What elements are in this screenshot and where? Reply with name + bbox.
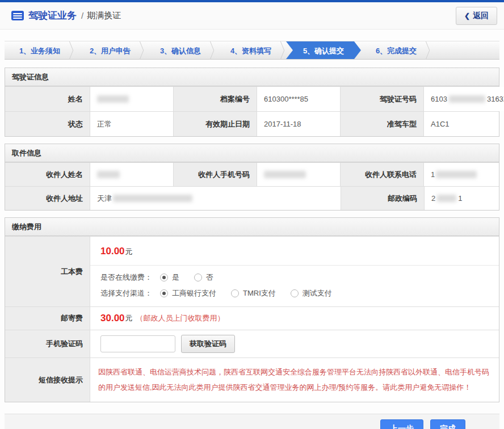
redacted-name xyxy=(97,95,129,103)
finish-button[interactable]: 完成 xyxy=(430,419,465,429)
expiry-label: 有效期止日期 xyxy=(174,112,257,136)
channel-caption: 选择支付渠道： xyxy=(100,288,152,298)
fees-section: 缴纳费用 工本费 10.00元 是否在线缴费： 是 xyxy=(5,217,499,402)
step-4-fill-data[interactable]: 4、资料填写 xyxy=(216,41,286,59)
postage-note: （邮政人员上门收取费用） xyxy=(136,313,225,323)
production-fee-amount: 10.00 xyxy=(100,246,125,256)
production-fee-amount-line: 10.00元 xyxy=(90,237,499,266)
status-label: 状态 xyxy=(5,112,90,136)
postcode-value: 2 1 xyxy=(425,187,499,210)
step-wizard: 1、业务须知 2、用户申告 3、确认信息 4、资料填写 5、确认提交 6、完成提… xyxy=(5,41,499,60)
sms-code-label: 手机验证码 xyxy=(5,330,90,358)
redacted-postcode xyxy=(437,195,456,202)
recipient-mobile-label: 收件人手机号码 xyxy=(174,163,257,186)
get-code-button[interactable]: 获取验证码 xyxy=(181,335,235,353)
recipient-mobile-value xyxy=(257,163,341,186)
postage-amount: 30.00 xyxy=(100,313,125,324)
redacted-recipient-name xyxy=(97,171,120,178)
sms-tip-area: 因陕西省联通、电信运营商技术问题，陕西省互联网交通安全综合服务管理平台无法向持陕… xyxy=(90,358,499,402)
breadcrumb-current: 期满换证 xyxy=(87,10,121,21)
file-no-value: 610300****85 xyxy=(257,87,341,111)
expiry-value: 2017-11-18 xyxy=(257,112,341,136)
redacted-address xyxy=(113,195,192,202)
postage-value: 30.00元 （邮政人员上门收取费用） xyxy=(90,307,499,330)
redacted-license-no xyxy=(449,95,485,103)
postage-fee-row: 邮寄费 30.00元 （邮政人员上门收取费用） xyxy=(5,306,499,330)
pickup-info-title: 取件信息 xyxy=(5,144,499,162)
table-row: 姓名 档案编号 610300****85 驾驶证号码 6103 3163X xyxy=(5,86,499,111)
address-label: 收件人地址 xyxy=(5,187,90,210)
table-row: 收件人姓名 收件人手机号码 收件人联系电话 1 xyxy=(5,162,499,186)
previous-step-button[interactable]: 上一步 xyxy=(380,419,423,429)
license-no-value: 6103 3163X xyxy=(424,87,504,111)
status-value: 正常 xyxy=(90,112,174,136)
step-5-confirm-submit[interactable]: 5、确认提交 xyxy=(286,41,361,59)
vehicle-label: 准驾车型 xyxy=(341,112,424,136)
back-button-label: 返回 xyxy=(473,11,489,21)
radio-selected-icon xyxy=(160,274,168,281)
sms-tip-row: 短信接收提示 因陕西省联通、电信运营商技术问题，陕西省互联网交通安全综合服务管理… xyxy=(5,358,499,402)
yuan-unit: 元 xyxy=(125,313,133,323)
step-3-confirm-info[interactable]: 3、确认信息 xyxy=(145,41,216,59)
production-fee-row: 工本费 10.00元 是否在线缴费： 是 否 xyxy=(5,236,499,306)
back-chevron-icon: ❮ xyxy=(464,12,470,20)
name-value xyxy=(90,87,174,111)
fees-title: 缴纳费用 xyxy=(5,218,499,236)
address-value: 天津 xyxy=(90,187,341,210)
vehicle-value: A1C1 xyxy=(424,112,499,136)
pickup-info-section: 取件信息 收件人姓名 收件人手机号码 收件人联系电话 1 收件人地址 天津 邮政… xyxy=(5,144,499,211)
step-1-business-notice[interactable]: 1、业务须知 xyxy=(5,41,75,59)
redacted-recipient-mobile xyxy=(264,171,306,178)
channel-test-radio[interactable]: 测试支付 xyxy=(291,288,332,298)
channel-line: 选择支付渠道： 工商银行支付 TMRI支付 测试支付 xyxy=(100,288,499,298)
license-info-section: 驾驶证信息 姓名 档案编号 610300****85 驾驶证号码 6103 31… xyxy=(5,68,499,137)
table-row: 状态 正常 有效期止日期 2017-11-18 准驾车型 A1C1 xyxy=(5,111,499,136)
recipient-name-label: 收件人姓名 xyxy=(5,163,90,186)
header: 驾驶证业务 / 期满换证 ❮ 返回 xyxy=(0,2,504,30)
step-6-finish-submit[interactable]: 6、完成提交 xyxy=(361,41,431,59)
postage-label: 邮寄费 xyxy=(5,307,90,330)
sms-code-area: 获取验证码 xyxy=(90,330,499,358)
step-bar-filler xyxy=(431,41,499,59)
page: 驾驶证业务 / 期满换证 ❮ 返回 1、业务须知 2、用户申告 3、确认信息 4… xyxy=(0,0,504,429)
license-info-title: 驾驶证信息 xyxy=(5,68,499,86)
radio-selected-icon xyxy=(160,289,168,297)
online-pay-line: 是否在线缴费： 是 否 xyxy=(100,272,499,283)
channel-tmri-radio[interactable]: TMRI支付 xyxy=(231,288,276,298)
sms-code-input[interactable] xyxy=(100,335,175,352)
breadcrumb-separator: / xyxy=(81,11,83,20)
footer-action-bar: 上一步 完成 xyxy=(5,414,499,429)
back-button[interactable]: ❮ 返回 xyxy=(456,7,497,25)
sms-code-row: 手机验证码 获取验证码 xyxy=(5,330,499,358)
file-no-label: 档案编号 xyxy=(174,87,257,111)
yuan-unit: 元 xyxy=(125,247,133,256)
online-pay-caption: 是否在线缴费： xyxy=(100,272,152,283)
recipient-phone-label: 收件人联系电话 xyxy=(341,163,424,186)
table-row: 收件人地址 天津 邮政编码 2 1 xyxy=(5,186,499,210)
recipient-phone-value: 1 xyxy=(424,163,499,186)
postcode-label: 邮政编码 xyxy=(341,187,425,210)
sms-tip-label: 短信接收提示 xyxy=(5,358,90,402)
production-fee-content: 10.00元 是否在线缴费： 是 否 xyxy=(90,237,499,306)
recipient-name-value xyxy=(90,163,174,186)
license-no-label: 驾驶证号码 xyxy=(341,87,424,111)
radio-unselected-icon xyxy=(291,289,299,297)
page-title: 驾驶证业务 xyxy=(28,9,77,22)
online-pay-no-radio[interactable]: 否 xyxy=(194,272,213,283)
online-pay-yes-radio[interactable]: 是 xyxy=(160,272,179,283)
production-fee-label: 工本费 xyxy=(5,237,90,306)
step-2-user-declaration[interactable]: 2、用户申告 xyxy=(75,41,145,59)
sms-tip-text: 因陕西省联通、电信运营商技术问题，陕西省互联网交通安全综合服务管理平台无法向持陕… xyxy=(90,358,499,402)
license-list-icon xyxy=(11,11,24,20)
radio-unselected-icon xyxy=(194,274,202,281)
payment-options: 是否在线缴费： 是 否 选择支付渠道： xyxy=(90,266,499,306)
radio-unselected-icon xyxy=(231,289,239,297)
redacted-recipient-phone xyxy=(436,171,477,178)
channel-icbc-radio[interactable]: 工商银行支付 xyxy=(160,288,216,298)
name-label: 姓名 xyxy=(5,87,90,111)
